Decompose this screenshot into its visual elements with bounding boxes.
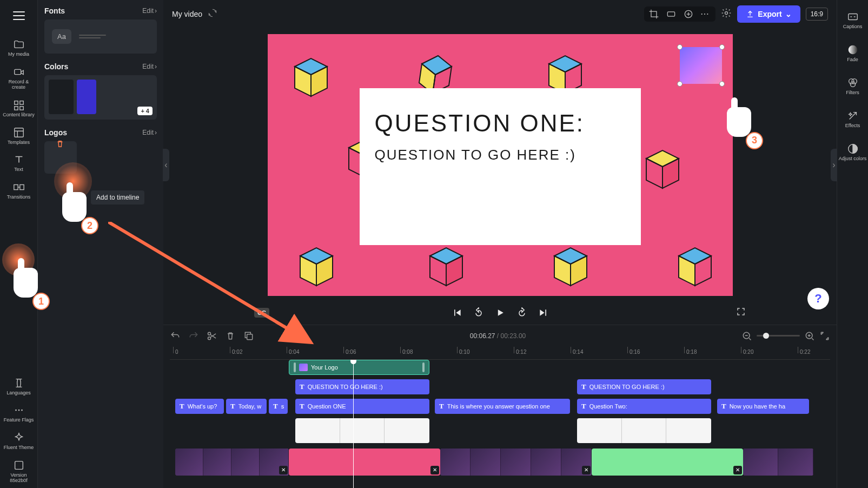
next-button[interactable] <box>538 307 549 318</box>
rail-filters[interactable]: Filters <box>837 72 868 100</box>
zoom-slider[interactable] <box>757 335 800 337</box>
colors-preview[interactable]: + 4 <box>44 75 157 120</box>
chevron-right-icon: › <box>155 7 157 15</box>
resize-handle[interactable] <box>719 81 725 87</box>
help-button[interactable]: ? <box>807 288 829 309</box>
clip-white-card-2[interactable] <box>577 418 711 443</box>
clip-hang[interactable]: TNow you have the ha <box>717 399 809 414</box>
rail-effects[interactable]: Effects <box>837 105 868 133</box>
main-area: My video ⋯ Export ⌄ 16:9 ‹ › <box>163 0 837 488</box>
trash-icon[interactable] <box>55 139 65 151</box>
export-button[interactable]: Export ⌄ <box>737 5 800 23</box>
clip-whats-up[interactable]: TWhat's up? <box>175 399 224 414</box>
clip-video-green[interactable]: ✕ <box>592 449 743 476</box>
rail-adjust-colors[interactable]: Adjust colors <box>837 139 868 166</box>
colors-edit-link[interactable]: Edit› <box>142 63 157 70</box>
fonts-preview[interactable]: Aa <box>44 19 157 54</box>
rail-version[interactable]: Version 85e2b0f <box>0 455 37 488</box>
zoom-out-button[interactable] <box>741 331 752 341</box>
rail-text[interactable]: Text <box>0 149 37 177</box>
resize-handle[interactable] <box>677 81 683 87</box>
rail-my-media[interactable]: My media <box>0 34 37 62</box>
cube-shape <box>635 142 690 196</box>
project-name[interactable]: My video <box>172 10 202 18</box>
close-icon[interactable]: ✕ <box>582 466 591 474</box>
font-lines-icon <box>79 35 106 38</box>
clip-today[interactable]: TToday, w <box>226 399 267 414</box>
collapse-left-button[interactable]: ‹ <box>163 149 169 181</box>
track-white-cards <box>170 418 830 445</box>
selected-logo-element[interactable] <box>680 47 722 84</box>
close-icon[interactable]: ✕ <box>279 466 288 474</box>
clip-s[interactable]: Ts <box>269 399 288 414</box>
svg-point-79 <box>850 82 855 87</box>
back-5-button[interactable] <box>473 307 484 318</box>
svg-rect-72 <box>247 334 253 339</box>
color-swatch-dark[interactable] <box>49 80 74 114</box>
clip-question-here-2[interactable]: TQUESTION TO GO HERE :) <box>577 379 711 394</box>
colors-more-chip[interactable]: + 4 <box>137 107 153 115</box>
color-swatch-blue[interactable] <box>77 80 96 114</box>
rail-fade[interactable]: Fade <box>837 39 868 67</box>
clip-handle[interactable] <box>294 362 296 372</box>
clip-video-3[interactable] <box>743 449 813 476</box>
crop-icon[interactable] <box>648 9 659 19</box>
clip-handle[interactable] <box>422 362 425 372</box>
video-canvas[interactable]: QUESTION ONE: QUESTION TO GO HERE :) <box>268 34 733 296</box>
clip-logo[interactable]: Your Logo <box>289 360 429 375</box>
colors-section: Colors Edit› + 4 <box>44 62 157 120</box>
delete-button[interactable] <box>225 331 236 341</box>
zoom-thumb[interactable] <box>763 333 769 339</box>
rail-languages[interactable]: Languages <box>0 373 37 400</box>
forward-5-button[interactable] <box>516 307 527 318</box>
zoom-in-button[interactable] <box>804 331 815 341</box>
canvas-region: ‹ › QUESTION ONE: QUESTION TO GO HERE :) <box>163 29 837 301</box>
sync-icon[interactable] <box>208 8 217 20</box>
clip-answer[interactable]: TThis is where you answer question one <box>435 399 570 414</box>
duplicate-button[interactable] <box>243 331 254 341</box>
close-icon[interactable]: ✕ <box>733 466 742 474</box>
rail-feature-flags[interactable]: Feature Flags <box>0 400 37 427</box>
resize-handle[interactable] <box>677 44 683 50</box>
logos-edit-link[interactable]: Edit› <box>142 129 157 136</box>
gear-icon[interactable] <box>721 8 732 21</box>
split-button[interactable] <box>207 331 217 341</box>
fonts-title: Fonts <box>44 6 65 15</box>
ai-icon[interactable] <box>683 9 694 19</box>
svg-point-76 <box>848 45 857 55</box>
close-icon[interactable]: ✕ <box>430 466 439 474</box>
play-button[interactable] <box>495 307 506 318</box>
rail-captions[interactable]: Captions <box>837 6 868 34</box>
playhead[interactable] <box>353 360 354 488</box>
clip-video-pink[interactable]: ✕ <box>289 449 440 476</box>
resize-handle[interactable] <box>719 44 725 50</box>
rail-templates[interactable]: Templates <box>0 122 37 150</box>
fullscreen-button[interactable] <box>736 307 746 319</box>
rail-content-library[interactable]: Content library <box>0 95 37 122</box>
fonts-edit-link[interactable]: Edit› <box>142 7 157 15</box>
timeline-ruler[interactable]: 0 0:02 0:04 0:06 0:08 0:10 0:12 0:14 0:1… <box>170 347 830 360</box>
redo-button[interactable] <box>188 331 199 341</box>
collapse-right-button[interactable]: › <box>831 149 837 181</box>
fit-timeline-button[interactable] <box>819 331 830 341</box>
cc-badge[interactable]: CC <box>254 308 269 318</box>
clip-white-card-1[interactable] <box>295 418 429 443</box>
timeline-tracks[interactable]: Your Logo TQUESTION TO GO HERE :) TQUEST… <box>170 360 830 488</box>
clip-question-two[interactable]: TQuestion Two: <box>577 399 711 414</box>
zoom-control <box>741 331 830 341</box>
more-icon[interactable]: ⋯ <box>700 9 711 19</box>
clip-video-1[interactable]: ✕ <box>175 449 289 476</box>
dots-icon <box>13 404 25 416</box>
clip-question-here[interactable]: TQUESTION TO GO HERE :) <box>295 379 429 394</box>
rail-record-create[interactable]: Record & create <box>0 62 37 95</box>
rail-transitions[interactable]: Transitions <box>0 177 37 205</box>
fit-icon[interactable] <box>666 9 677 19</box>
clip-video-2[interactable]: ✕ <box>440 449 592 476</box>
rail-fluent-theme[interactable]: Fluent Theme <box>0 427 37 455</box>
aspect-ratio-chip[interactable]: 16:9 <box>806 8 828 21</box>
hamburger-button[interactable] <box>9 5 29 26</box>
prev-button[interactable] <box>452 307 462 318</box>
clip-question-one[interactable]: TQuestion ONE <box>295 399 429 414</box>
undo-button[interactable] <box>170 331 181 341</box>
globe-icon <box>13 377 25 389</box>
